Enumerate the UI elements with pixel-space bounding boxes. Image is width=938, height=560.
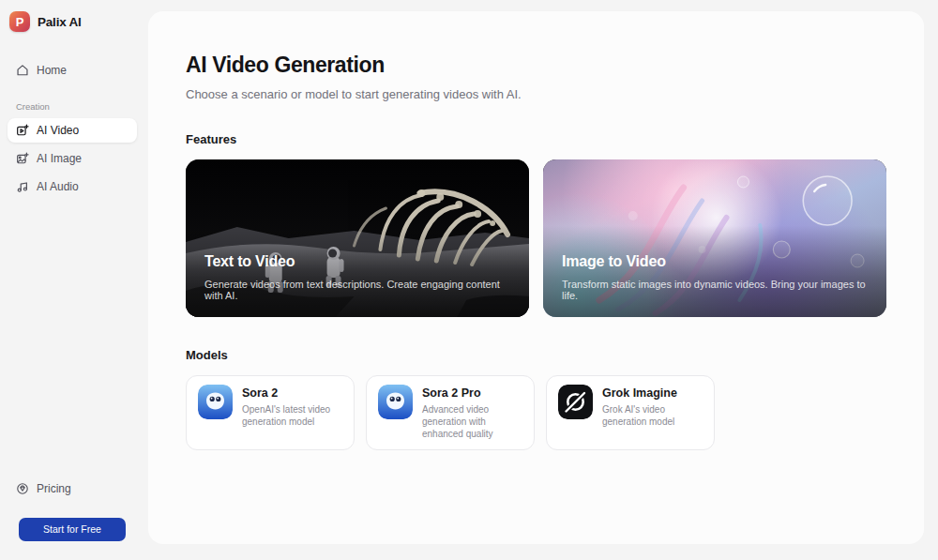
sidebar-spacer (8, 203, 137, 477)
model-description: Grok AI's video generation model (602, 403, 703, 428)
home-icon (16, 64, 29, 77)
pricing-icon (16, 482, 29, 495)
model-name: Grok Imagine (602, 386, 703, 400)
feature-title: Image to Video (562, 253, 868, 270)
grok-icon (558, 385, 593, 419)
feature-text: Image to Video Transform static images i… (562, 253, 868, 301)
features-heading: Features (186, 132, 886, 146)
sidebar-item-ai-video[interactable]: AI Video (8, 118, 137, 143)
sora-icon (198, 385, 233, 419)
feature-card-image-to-video[interactable]: Image to Video Transform static images i… (543, 159, 886, 317)
model-name: Sora 2 (242, 386, 342, 400)
start-for-free-button[interactable]: Start for Free (19, 518, 126, 541)
sidebar-item-label: AI Image (37, 152, 82, 165)
sidebar-item-home[interactable]: Home (8, 58, 137, 83)
sora-icon (378, 385, 413, 419)
sidebar: P Palix AI Home Creation AI Video (0, 0, 148, 560)
models-grid: Sora 2 OpenAI's latest video generation … (186, 375, 886, 450)
model-info: Sora 2 OpenAI's latest video generation … (242, 385, 342, 428)
feature-card-text-to-video[interactable]: Text to Video Generate videos from text … (186, 159, 529, 317)
ai-audio-icon (16, 180, 29, 193)
sidebar-item-label: AI Video (37, 124, 79, 137)
model-card-sora-2[interactable]: Sora 2 OpenAI's latest video generation … (186, 375, 355, 450)
feature-title: Text to Video (204, 253, 510, 270)
feature-text: Text to Video Generate videos from text … (204, 253, 510, 301)
ai-video-icon (16, 124, 29, 137)
sidebar-item-ai-audio[interactable]: AI Audio (8, 174, 137, 199)
palix-logo-icon: P (9, 11, 30, 32)
feature-description: Transform static images into dynamic vid… (562, 279, 868, 301)
model-card-grok-imagine[interactable]: Grok Imagine Grok AI's video generation … (546, 375, 715, 450)
sidebar-item-label: AI Audio (37, 180, 79, 193)
sidebar-item-ai-image[interactable]: AI Image (8, 146, 137, 171)
model-description: Advanced video generation with enhanced … (422, 403, 522, 441)
model-description: OpenAI's latest video generation model (242, 403, 342, 428)
model-info: Sora 2 Pro Advanced video generation wit… (422, 385, 522, 441)
page-subtitle: Choose a scenario or model to start gene… (186, 87, 886, 101)
model-info: Grok Imagine Grok AI's video generation … (602, 385, 703, 428)
brand[interactable]: P Palix AI (8, 9, 137, 34)
feature-description: Generate videos from text descriptions. … (204, 279, 510, 301)
features-grid: Text to Video Generate videos from text … (186, 159, 886, 317)
sidebar-item-label: Pricing (37, 482, 71, 495)
model-name: Sora 2 Pro (422, 386, 522, 400)
page-title: AI Video Generation (186, 53, 886, 78)
app-name: Palix AI (38, 15, 82, 29)
main-panel: AI Video Generation Choose a scenario or… (148, 11, 924, 544)
sidebar-item-label: Home (37, 64, 67, 77)
ai-image-icon (16, 152, 29, 165)
model-card-sora-2-pro[interactable]: Sora 2 Pro Advanced video generation wit… (366, 375, 535, 450)
sidebar-section-label: Creation (16, 101, 137, 112)
models-heading: Models (186, 348, 886, 362)
sidebar-nav: Home Creation AI Video AI Image (8, 58, 137, 203)
sidebar-item-pricing[interactable]: Pricing (8, 477, 137, 501)
